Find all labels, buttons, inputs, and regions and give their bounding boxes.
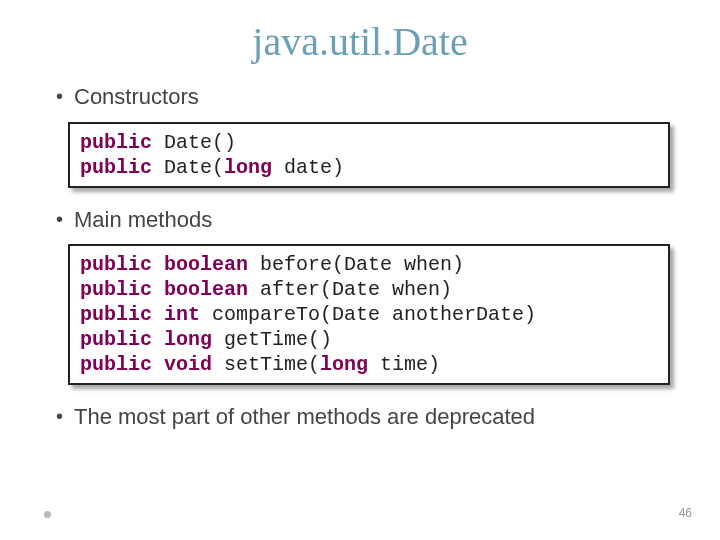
- keyword-boolean: boolean: [164, 253, 248, 276]
- bullet-list: Main methods: [50, 206, 670, 235]
- keyword-public: public: [80, 303, 152, 326]
- code-text: Date(: [152, 156, 224, 179]
- code-text: getTime(): [212, 328, 332, 351]
- keyword-void: void: [164, 353, 212, 376]
- bullet-main-methods: Main methods: [50, 206, 670, 235]
- keyword-public: public: [80, 278, 152, 301]
- code-text: after(Date when): [248, 278, 452, 301]
- decorative-dot-icon: [44, 511, 51, 518]
- code-text: Date(): [152, 131, 236, 154]
- bullet-constructors: Constructors: [50, 83, 670, 112]
- keyword-boolean: boolean: [164, 278, 248, 301]
- keyword-int: int: [164, 303, 200, 326]
- code-text: time): [368, 353, 440, 376]
- keyword-public: public: [80, 353, 152, 376]
- code-text: before(Date when): [248, 253, 464, 276]
- code-text: compareTo(Date anotherDate): [200, 303, 536, 326]
- keyword-long: long: [164, 328, 212, 351]
- keyword-public: public: [80, 156, 152, 179]
- code-block-methods-wrap: public boolean before(Date when) public …: [68, 244, 670, 385]
- keyword-long: long: [224, 156, 272, 179]
- code-block-methods: public boolean before(Date when) public …: [68, 244, 670, 385]
- code-text: date): [272, 156, 344, 179]
- page-number: 46: [679, 506, 692, 520]
- code-block-constructors: public Date() public Date(long date): [68, 122, 670, 188]
- keyword-public: public: [80, 253, 152, 276]
- keyword-public: public: [80, 131, 152, 154]
- bullet-list: The most part of other methods are depre…: [50, 403, 670, 432]
- page-title: java.util.Date: [50, 18, 670, 65]
- bullet-list: Constructors: [50, 83, 670, 112]
- slide: java.util.Date Constructors public Date(…: [0, 0, 720, 540]
- code-block-constructors-wrap: public Date() public Date(long date): [68, 122, 670, 188]
- keyword-long: long: [320, 353, 368, 376]
- bullet-deprecated: The most part of other methods are depre…: [50, 403, 670, 432]
- keyword-public: public: [80, 328, 152, 351]
- code-text: setTime(: [212, 353, 320, 376]
